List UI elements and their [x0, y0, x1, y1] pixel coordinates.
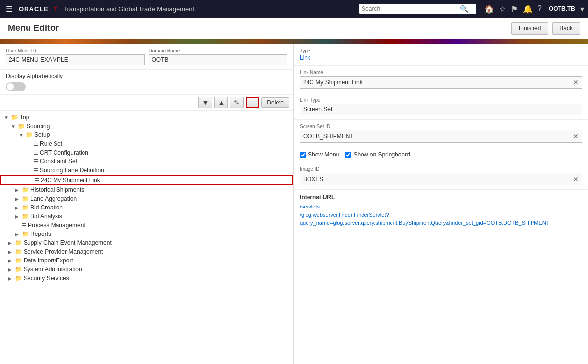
- display-alpha-toggle[interactable]: [6, 82, 26, 91]
- hamburger-icon[interactable]: ☰: [4, 2, 15, 16]
- app-title: Transportation and Global Trade Manageme…: [63, 5, 194, 13]
- page-title: Menu Editor: [8, 23, 59, 33]
- arrow-bid-analysis: ▶: [15, 214, 22, 219]
- folder-icon-bid-analysis: 📁: [22, 213, 29, 220]
- tree-item-top[interactable]: ▼ 📁 Top: [0, 113, 293, 122]
- tree-label-top: Top: [20, 114, 29, 121]
- doc-icon-shipment-link: ☰: [34, 177, 39, 183]
- bell-icon[interactable]: 🔔: [523, 4, 532, 14]
- image-id-input[interactable]: [303, 176, 571, 182]
- user-badge: OOTB.TB: [549, 5, 575, 12]
- image-id-section: Image ID ✕: [294, 162, 588, 190]
- tree-label-sourcing: Sourcing: [27, 123, 50, 130]
- arrow-bid-creation: ▶: [15, 205, 22, 210]
- tree-item-crt-config[interactable]: ☰ CRT Configuration: [0, 148, 293, 157]
- tree-label-sys-admin: System Administration: [24, 266, 82, 273]
- tree-label-process-mgmt: Process Management: [28, 222, 85, 229]
- folder-icon-supply-chain: 📁: [15, 239, 22, 246]
- tree-item-rule-set[interactable]: ☰ Rule Set: [0, 139, 293, 148]
- header-buttons: Finished Back: [511, 22, 580, 35]
- tree-item-service-provider[interactable]: ▶ 📁 Service Provider Management: [0, 247, 293, 256]
- screen-set-id-section: Screen Set ID ✕: [294, 120, 588, 147]
- tree-item-data-import[interactable]: ▶ 📁 Data Import/Export: [0, 256, 293, 265]
- tree-item-setup[interactable]: ▼ 📁 Setup: [0, 130, 293, 139]
- arrow-sys-admin: ▶: [8, 267, 15, 272]
- tree-label-bid-creation: Bid Creation: [30, 204, 63, 211]
- link-name-field-row: ✕: [300, 76, 582, 89]
- tree-item-sourcing[interactable]: ▼ 📁 Sourcing: [0, 122, 293, 130]
- help-icon[interactable]: ?: [537, 4, 542, 13]
- tree-container: ▼ 📁 Top ▼ 📁 Sourcing ▼ 📁 Setup: [0, 111, 293, 364]
- arrow-reports: ▶: [15, 232, 22, 237]
- folder-icon-sys-admin: 📁: [15, 266, 22, 273]
- top-nav: ☰ ORACLE ® Transportation and Global Tra…: [0, 0, 588, 18]
- tree-item-security[interactable]: ▶ 📁 Security Services: [0, 274, 293, 283]
- folder-icon-sourcing: 📁: [18, 123, 25, 130]
- back-button[interactable]: Back: [552, 22, 580, 35]
- doc-icon-process-mgmt: ☰: [22, 222, 27, 229]
- tree-item-shipment-link[interactable]: ☰ 24C My Shipment Link: [0, 175, 293, 185]
- internal-url-title: Internal URL: [300, 194, 582, 201]
- tree-label-crt-config: CRT Configuration: [40, 149, 88, 156]
- finished-button[interactable]: Finished: [511, 22, 548, 35]
- banner-image: [0, 39, 588, 44]
- doc-icon-sourcing-lane: ☰: [33, 167, 38, 174]
- display-alpha-section: Display Alphabetically: [0, 70, 293, 95]
- tree-item-reports[interactable]: ▶ 📁 Reports: [0, 230, 293, 238]
- link-type-input[interactable]: [303, 106, 579, 113]
- tree-item-bid-creation[interactable]: ▶ 📁 Bid Creation: [0, 203, 293, 212]
- tree-item-sys-admin[interactable]: ▶ 📁 System Administration: [0, 265, 293, 274]
- show-menu-label[interactable]: Show Menu: [300, 151, 339, 158]
- type-section: Type Link: [294, 44, 588, 66]
- tree-item-process-mgmt[interactable]: ☰ Process Management: [0, 221, 293, 230]
- tree-item-constraint-set[interactable]: ☰ Constraint Set: [0, 157, 293, 166]
- screen-set-id-input[interactable]: [303, 133, 571, 140]
- link-type-label: Link Type: [300, 97, 582, 103]
- tree-item-bid-analysis[interactable]: ▶ 📁 Bid Analysis: [0, 212, 293, 221]
- edit-button[interactable]: ✎: [230, 97, 244, 108]
- remove-button[interactable]: −: [246, 97, 259, 108]
- show-springboard-checkbox[interactable]: [345, 152, 351, 158]
- search-bar[interactable]: 🔍: [359, 4, 476, 14]
- home-icon[interactable]: 🏠: [484, 4, 494, 14]
- image-id-field-row: ✕: [300, 173, 582, 185]
- nav-icons: 🏠 ☆ ⚑ 🔔 ? OOTB.TB ▾: [484, 4, 584, 14]
- user-menu-id-input[interactable]: [6, 54, 145, 65]
- link-type-field-row: [300, 104, 582, 115]
- tree-label-rule-set: Rule Set: [40, 140, 62, 147]
- tree-label-security: Security Services: [24, 275, 69, 282]
- move-down-button[interactable]: ▼: [198, 97, 212, 108]
- arrow-lane-agg: ▶: [15, 196, 22, 202]
- link-name-clear-icon[interactable]: ✕: [573, 78, 579, 86]
- expand-arrow-setup: ▼: [19, 132, 26, 138]
- tree-label-service-provider: Service Provider Management: [24, 248, 103, 255]
- checkbox-row: Show Menu Show on Springboard: [294, 147, 588, 162]
- type-value: Link: [300, 54, 582, 61]
- flag-icon[interactable]: ⚑: [511, 4, 518, 14]
- folder-icon-data-import: 📁: [15, 257, 22, 264]
- user-menu-id-field: User Menu ID: [6, 48, 145, 65]
- tree-item-supply-chain[interactable]: ▶ 📁 Supply Chain Event Management: [0, 238, 293, 247]
- screen-set-id-clear-icon[interactable]: ✕: [573, 132, 579, 140]
- image-id-clear-icon[interactable]: ✕: [573, 175, 579, 183]
- link-name-input[interactable]: [303, 79, 571, 86]
- folder-icon-top: 📁: [11, 114, 18, 121]
- link-name-label: Link Name: [300, 70, 582, 75]
- tree-item-sourcing-lane[interactable]: ☰ Sourcing Lane Definition: [0, 166, 293, 175]
- star-icon[interactable]: ☆: [499, 4, 506, 14]
- expand-arrow-top: ▼: [4, 115, 11, 120]
- folder-icon-reports: 📁: [22, 231, 29, 237]
- display-alpha-label: Display Alphabetically: [6, 73, 287, 79]
- tree-label-constraint-set: Constraint Set: [40, 158, 77, 165]
- move-up-button[interactable]: ▲: [214, 97, 228, 108]
- folder-icon-setup: 📁: [26, 131, 33, 138]
- search-input[interactable]: [362, 5, 460, 12]
- expand-arrow-sourcing: ▼: [11, 124, 18, 129]
- delete-button[interactable]: Delete: [261, 97, 289, 108]
- show-springboard-label[interactable]: Show on Springboard: [345, 151, 410, 158]
- show-menu-checkbox[interactable]: [300, 152, 306, 158]
- tree-item-historical[interactable]: ▶ 📁 Historical Shipments: [0, 185, 293, 194]
- tree-item-lane-agg[interactable]: ▶ 📁 Lane Aggregation: [0, 194, 293, 203]
- domain-name-input[interactable]: [149, 54, 288, 65]
- user-dropdown-arrow[interactable]: ▾: [580, 4, 584, 14]
